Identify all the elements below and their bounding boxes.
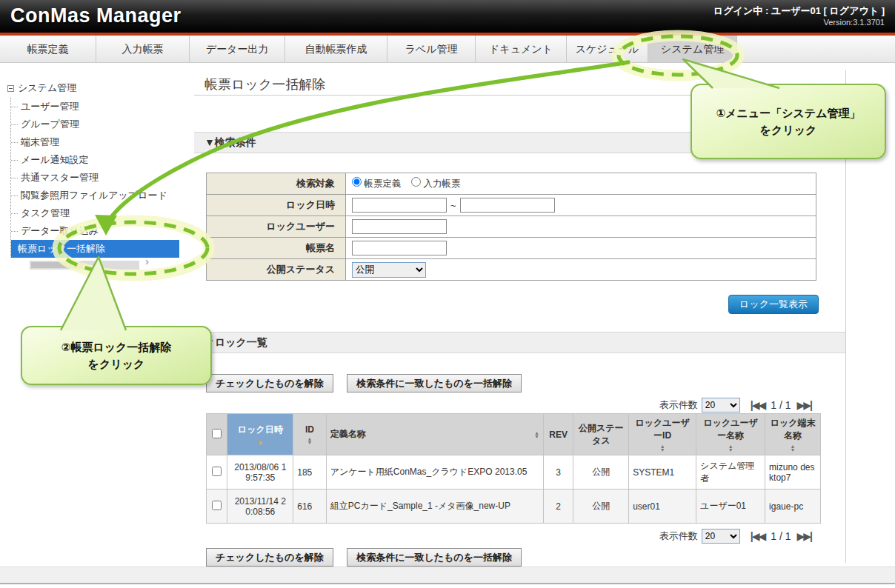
cell-lock-datetime: 2013/11/14 20:08:56 <box>227 490 293 524</box>
lock-list-header[interactable]: ▼ロック一覧 <box>194 332 845 353</box>
lock-datetime-row: ロック日時 ~ <box>207 195 816 216</box>
sidebar-horizontal-scrollbar[interactable] <box>30 261 139 270</box>
tab-documents[interactable]: ドキュメント <box>476 36 567 62</box>
callout-click-system-management: ①メニュー「システム管理」 をクリック <box>691 84 886 159</box>
logout-link[interactable]: [ ログアウト ] <box>821 5 885 16</box>
radio-input-form-input[interactable] <box>411 177 421 187</box>
cell-publish-status: 公開 <box>573 490 629 524</box>
sidebar-item-terminal-management[interactable]: 端末管理 <box>11 133 179 151</box>
callout1-line2: をクリック <box>760 121 817 138</box>
header-rev[interactable]: REV <box>543 414 573 455</box>
row-checkbox[interactable] <box>212 467 222 476</box>
first-page-icon[interactable] <box>751 530 765 542</box>
sidebar-item-common-master[interactable]: 共通マスター管理 <box>11 169 179 187</box>
lock-datetime-to-input[interactable] <box>460 198 555 213</box>
last-page-icon[interactable] <box>797 399 811 411</box>
radio-input-form-label: 入力帳票 <box>424 178 461 189</box>
version-label: Version:3.1.3701 <box>823 18 885 27</box>
scrollbar-thumb[interactable] <box>31 262 83 268</box>
cell-id: 185 <box>293 455 326 490</box>
header-lock-user-name[interactable]: ロックユーザー名称 <box>696 414 765 455</box>
lock-list-table: ロック日時 ID 定義名称 REV 公開ステータス ロックユーザーID ロックユ… <box>206 413 821 524</box>
radio-form-definition[interactable]: 帳票定義 <box>352 178 401 189</box>
tab-schedule[interactable]: スケジュール <box>567 36 648 62</box>
login-prefix: ログイン中 : <box>713 5 771 16</box>
tab-form-definition[interactable]: 帳票定義 <box>0 36 96 62</box>
sidebar-item-task-management[interactable]: タスク管理 <box>11 204 179 222</box>
cell-definition-name: アンケート用紙ConMas_クラウドEXPO 2013.05 <box>326 455 543 490</box>
unlock-checked-button-top[interactable]: チェックしたものを解除 <box>206 374 333 392</box>
show-lock-list-button[interactable]: ロック一覧表示 <box>728 295 819 314</box>
header-lock-terminal[interactable]: ロック端末名称 <box>765 414 821 455</box>
lock-user-value <box>346 216 816 238</box>
cell-rev: 3 <box>543 455 573 490</box>
sidebar-item-group-management[interactable]: グループ管理 <box>11 116 179 133</box>
login-user-name: ユーザー01 <box>771 5 821 16</box>
sidebar-root-label: システム管理 <box>18 81 76 95</box>
page-title: 帳票ロック一括解除 <box>204 76 325 93</box>
lock-user-input[interactable] <box>352 219 447 234</box>
callout-click-lock-bulk-release: ②帳票ロック一括解除 をクリック <box>21 326 212 385</box>
datetime-range-separator: ~ <box>450 200 456 211</box>
per-page-select[interactable]: 20 <box>702 398 740 412</box>
row-checkbox-cell <box>207 455 227 490</box>
header-rev-label: REV <box>549 430 568 440</box>
login-status: ログイン中 : ユーザー01 [ ログアウト ] <box>713 4 885 18</box>
tab-input-forms[interactable]: 入力帳票 <box>96 36 190 62</box>
header-lock-terminal-label: ロック端末名称 <box>771 418 816 441</box>
header-lock-datetime[interactable]: ロック日時 <box>227 414 293 455</box>
header-lock-user-id-label: ロックユーザーID <box>635 418 689 441</box>
table-row: 2013/11/14 20:08:56 616 組立PCカード_Sample_1… <box>207 490 821 524</box>
header-id-label: ID <box>305 424 314 435</box>
publish-status-value: 公開 <box>346 259 816 281</box>
unlock-matched-button-top[interactable]: 検索条件に一致したものを一括解除 <box>347 374 522 392</box>
header-lock-user-id[interactable]: ロックユーザーID <box>629 414 696 455</box>
lock-datetime-label: ロック日時 <box>207 195 346 216</box>
unlock-checked-button-bottom[interactable]: チェックしたものを解除 <box>206 548 333 567</box>
sidebar-item-file-upload[interactable]: 閲覧参照用ファイルアップロード <box>11 187 179 204</box>
header-publish-status[interactable]: 公開ステータス <box>573 414 629 455</box>
radio-form-definition-input[interactable] <box>352 177 362 187</box>
sidebar-item-lock-bulk-release[interactable]: 帳票ロック一括解除 <box>11 240 179 258</box>
unlock-matched-button-bottom[interactable]: 検索条件に一致したものを一括解除 <box>347 548 522 567</box>
search-target-row: 検索対象 帳票定義 入力帳票 <box>207 173 816 195</box>
sort-ascending-icon <box>231 439 289 445</box>
select-all-checkbox[interactable] <box>212 429 222 438</box>
header-definition-name[interactable]: 定義名称 <box>326 414 543 455</box>
footer-strip <box>0 567 895 584</box>
sort-both-icon <box>297 437 322 444</box>
form-name-row: 帳票名 <box>207 238 816 259</box>
sidebar-item-data-import[interactable]: データー取り込み <box>11 222 179 240</box>
tab-label-management[interactable]: ラベル管理 <box>387 36 476 62</box>
scrollbar-right-arrow-icon[interactable]: › <box>145 255 149 267</box>
lock-actions-bottom: チェックしたものを解除 検索条件に一致したものを一括解除 <box>206 548 532 567</box>
sidebar-item-user-management[interactable]: ユーザー管理 <box>11 98 179 116</box>
tab-auto-form-creation[interactable]: 自動帳票作成 <box>285 36 387 62</box>
row-checkbox[interactable] <box>212 501 222 510</box>
first-page-icon[interactable] <box>751 399 765 411</box>
publish-status-row: 公開ステータス 公開 <box>207 259 816 281</box>
header-id[interactable]: ID <box>293 414 326 455</box>
last-page-icon[interactable] <box>797 530 811 542</box>
cell-lock-datetime: 2013/08/06 19:57:35 <box>227 455 293 490</box>
form-name-input[interactable] <box>352 241 447 255</box>
page-indicator: 1 / 1 <box>771 399 791 411</box>
lock-datetime-from-input[interactable] <box>352 198 447 213</box>
tab-system-management[interactable]: システム管理 <box>648 36 737 62</box>
form-name-value <box>346 238 816 259</box>
table-row: 2013/08/06 19:57:35 185 アンケート用紙ConMas_クラ… <box>207 455 821 490</box>
conmas-manager-window: ConMas Manager ログイン中 : ユーザー01 [ ログアウト ] … <box>0 0 895 588</box>
callout1-line1: ①メニュー「システム管理」 <box>716 104 860 121</box>
radio-input-form[interactable]: 入力帳票 <box>411 178 460 189</box>
sidebar-item-mail-notification[interactable]: メール通知設定 <box>11 151 179 169</box>
sidebar-root-system-management[interactable]: システム管理 <box>7 78 189 98</box>
header-lock-user-name-label: ロックユーザー名称 <box>703 418 757 441</box>
main-menu: 帳票定義 入力帳票 データー出力 自動帳票作成 ラベル管理 ドキュメント スケジ… <box>0 36 895 63</box>
tab-data-output[interactable]: データー出力 <box>190 36 285 62</box>
publish-status-select[interactable]: 公開 <box>352 262 426 278</box>
tree-collapse-icon[interactable] <box>7 85 14 92</box>
per-page-select[interactable]: 20 <box>702 529 740 544</box>
app-logo: ConMas Manager <box>10 4 182 27</box>
sidebar-tree: システム管理 ユーザー管理 グループ管理 端末管理 メール通知設定 共通マスター… <box>7 78 189 258</box>
pagination-bottom: 表示件数 20 1 / 1 <box>659 527 816 545</box>
